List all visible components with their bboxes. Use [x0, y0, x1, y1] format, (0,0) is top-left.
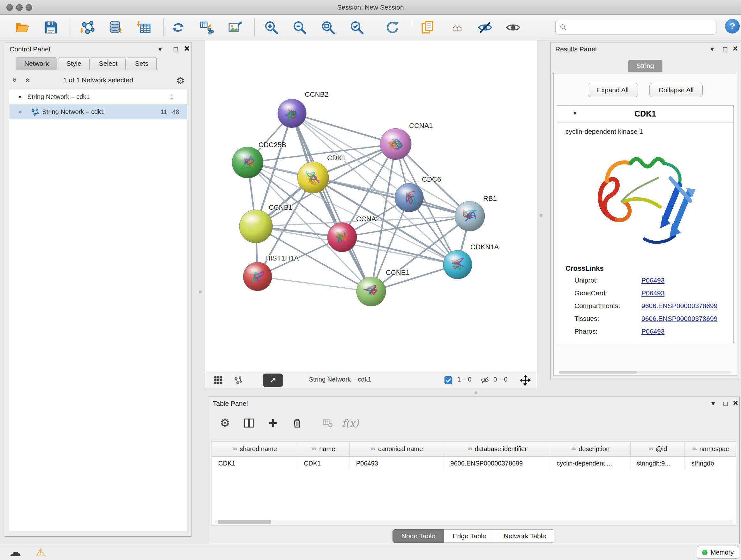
- crosslink-label: Uniprot:: [575, 276, 642, 284]
- pan-crosshair-icon[interactable]: [520, 374, 531, 386]
- column-header-shared-name[interactable]: shared name: [212, 442, 297, 456]
- column-header-name[interactable]: name: [297, 442, 350, 456]
- copy-style-button[interactable]: [419, 18, 436, 37]
- splitter-handle[interactable]: [199, 291, 202, 294]
- window-close-button[interactable]: [6, 4, 13, 11]
- zoom-out-button[interactable]: [291, 18, 309, 37]
- hide-selected-button[interactable]: [476, 18, 494, 37]
- tab-string[interactable]: String: [628, 60, 663, 72]
- compartments-button[interactable]: ⌂⌂: [448, 18, 466, 37]
- table-row[interactable]: CDK1CDK1P064939606.ENSP00000378699cyclin…: [212, 456, 736, 470]
- window-zoom-button[interactable]: [25, 4, 32, 11]
- panel-close-icon[interactable]: ×: [733, 44, 738, 54]
- save-session-button[interactable]: [42, 18, 60, 37]
- node-RB1[interactable]: RB1: [455, 194, 497, 231]
- column-header-@id[interactable]: @id: [630, 442, 685, 456]
- edge-CCNB2-CCNE1[interactable]: [292, 113, 371, 292]
- panel-float-icon[interactable]: □: [174, 45, 178, 53]
- refresh-layout-button[interactable]: [384, 18, 401, 37]
- node-CCNE1[interactable]: CCNE1: [356, 268, 410, 306]
- node-CDKN1A[interactable]: CDKN1A: [443, 243, 499, 279]
- tab-sets[interactable]: Sets: [127, 57, 157, 70]
- help-button[interactable]: ?: [725, 19, 740, 34]
- table-options-button[interactable]: ⚙: [218, 414, 232, 432]
- network-overview-icon[interactable]: [233, 376, 242, 385]
- network-canvas[interactable]: CCNB2CCNA1CDC25BCDK1CDC6RB1CCNB1CCNA2CDK…: [205, 41, 537, 371]
- edge-CDK1-RB1[interactable]: [313, 178, 470, 216]
- expand-all-button[interactable]: Expand All: [588, 83, 638, 97]
- delete-column-button[interactable]: [290, 414, 304, 432]
- crosslink-value[interactable]: 9606.ENSP00000378699: [642, 302, 718, 310]
- panel-close-icon[interactable]: ×: [185, 44, 190, 54]
- network-row-selected[interactable]: • String Network – cdk1 11 48: [9, 105, 187, 119]
- panel-close-icon[interactable]: ×: [733, 398, 738, 408]
- memory-button[interactable]: Memory: [697, 546, 739, 559]
- table-cell[interactable]: 9606.ENSP00000378699: [444, 456, 550, 470]
- network-collection-row[interactable]: ▼ String Network – cdk1 1: [9, 89, 187, 105]
- splitter-handle[interactable]: [475, 391, 477, 394]
- tab-network-table[interactable]: Network Table: [495, 530, 555, 543]
- import-network-file-button[interactable]: [78, 18, 96, 37]
- collapse-all-button[interactable]: Collapse All: [650, 83, 703, 97]
- results-hscrollbar[interactable]: [559, 371, 732, 374]
- panel-menu-icon[interactable]: ▾: [158, 45, 162, 53]
- crosslink-value[interactable]: P06493: [642, 289, 664, 297]
- table-cell[interactable]: CDK1: [212, 456, 297, 470]
- crosslink-value[interactable]: P06493: [642, 276, 664, 284]
- edge-CCNB2-CCNA1[interactable]: [292, 113, 396, 144]
- selected-checkbox-icon[interactable]: [444, 376, 453, 385]
- panel-menu-icon[interactable]: ▾: [711, 399, 715, 408]
- splitter-handle[interactable]: [540, 214, 542, 217]
- table-cell[interactable]: P06493: [350, 456, 444, 470]
- cloud-icon[interactable]: ☁: [9, 545, 21, 559]
- node-CCNB1[interactable]: CCNB1: [239, 203, 293, 243]
- zoom-selected-button[interactable]: [348, 18, 366, 37]
- table-hscrollbar[interactable]: [214, 520, 733, 524]
- crosslink-value[interactable]: P06493: [642, 327, 664, 335]
- tab-style[interactable]: Style: [58, 57, 90, 70]
- show-columns-button[interactable]: [242, 414, 256, 432]
- network-from-table-button[interactable]: [198, 18, 216, 37]
- collection-expand-icon[interactable]: ▼: [17, 94, 22, 100]
- table-cell[interactable]: stringdb:9...: [630, 456, 685, 470]
- table-cell[interactable]: stringdb: [685, 456, 736, 470]
- tab-select[interactable]: Select: [91, 57, 126, 70]
- import-network-database-button[interactable]: [106, 18, 124, 37]
- column-header-database-identifier[interactable]: database identifier: [444, 442, 550, 456]
- panel-float-icon[interactable]: □: [723, 45, 727, 53]
- show-all-button[interactable]: [504, 18, 522, 37]
- gene-entry-header[interactable]: ▼ CDK1: [557, 106, 733, 123]
- hidden-eye-slash-icon[interactable]: [480, 376, 489, 385]
- create-column-button[interactable]: +: [266, 414, 280, 432]
- crosslink-value[interactable]: 9606.ENSP00000378699: [642, 315, 718, 322]
- warning-icon[interactable]: ⚠: [36, 546, 45, 559]
- import-table-file-button[interactable]: [135, 18, 153, 37]
- panel-menu-icon[interactable]: ▾: [711, 45, 714, 53]
- column-header-namespac[interactable]: namespac: [685, 442, 736, 456]
- window-minimize-button[interactable]: [16, 4, 23, 11]
- tab-network[interactable]: Network: [16, 57, 57, 70]
- network-options-gear-icon[interactable]: ⚙: [176, 75, 185, 86]
- node-CDK1[interactable]: CDK1: [297, 154, 346, 193]
- export-image-button[interactable]: [226, 18, 244, 37]
- table-cell[interactable]: cyclin-dependent ...: [550, 456, 630, 470]
- network-graph[interactable]: CCNB2CCNA1CDC25BCDK1CDC6RB1CCNB1CCNA2CDK…: [205, 41, 537, 371]
- edge-HIST1H1A-CCNE1[interactable]: [258, 276, 371, 292]
- zoom-fit-button[interactable]: [319, 18, 337, 37]
- open-session-button[interactable]: [13, 18, 31, 37]
- node-HIST1H1A[interactable]: HIST1H1A: [243, 254, 299, 291]
- birdseye-grid-icon[interactable]: [213, 375, 223, 385]
- search-input[interactable]: [567, 23, 712, 31]
- column-header-canonical-name[interactable]: canonical name: [350, 442, 444, 456]
- tab-node-table[interactable]: Node Table: [393, 530, 444, 543]
- annotation-mode-button[interactable]: ↗: [263, 374, 283, 387]
- tab-edge-table[interactable]: Edge Table: [444, 530, 495, 543]
- toolbar-search[interactable]: [555, 20, 717, 35]
- column-header-description[interactable]: description: [550, 442, 630, 456]
- node-CCNA1[interactable]: CCNA1: [380, 122, 433, 160]
- clone-network-button[interactable]: [169, 18, 187, 37]
- table-cell[interactable]: CDK1: [297, 456, 350, 470]
- function-builder-button[interactable]: f(x): [339, 414, 361, 432]
- zoom-in-button[interactable]: [262, 18, 280, 37]
- panel-float-icon[interactable]: □: [724, 399, 728, 408]
